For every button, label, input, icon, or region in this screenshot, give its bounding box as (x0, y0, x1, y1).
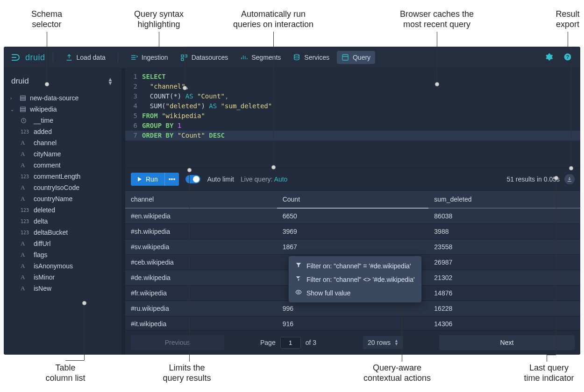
table-row[interactable]: #it.wikipedia91614306 (125, 316, 580, 330)
menu-item-icon (295, 275, 302, 283)
table-row[interactable]: #sv.wikipedia186723558 (125, 239, 580, 255)
next-button[interactable]: Next (439, 335, 575, 350)
type-icon: 123 (21, 174, 30, 179)
live-query-label: Live query: Auto (241, 175, 287, 183)
table-cell[interactable]: 21302 (428, 270, 580, 286)
type-icon: A (21, 150, 30, 158)
nav-query[interactable]: Query (337, 51, 375, 64)
datasource-item[interactable]: ›new-data-source (7, 92, 118, 104)
table-cell[interactable]: 1867 (277, 239, 429, 255)
context-menu-item[interactable]: Filter on: "channel" <> '#de.wikipedia' (289, 273, 421, 286)
column-item[interactable]: Acomment (7, 160, 118, 171)
table-cell[interactable]: #it.wikipedia (125, 316, 277, 330)
column-item[interactable]: AisAnonymous (7, 260, 118, 272)
type-icon: 123 (21, 219, 30, 224)
type-icon: A (21, 161, 30, 169)
logo[interactable]: druid (10, 52, 45, 63)
datasource-item[interactable]: ⌄wikipedia (7, 104, 118, 115)
table-cell[interactable]: #ceb.wikipedia (125, 255, 277, 270)
column-header[interactable]: sum_deleted (428, 191, 580, 208)
auto-limit-label: Auto limit (207, 175, 234, 183)
table-cell[interactable]: 3969 (277, 224, 429, 239)
column-item[interactable]: 123deleted (7, 204, 118, 216)
context-menu-item[interactable]: Filter on: "channel" = '#de.wikipedia' (289, 259, 421, 273)
run-more-button[interactable]: ••• (164, 173, 179, 186)
column-item[interactable]: Achannel (7, 137, 118, 148)
type-icon: A (21, 195, 30, 203)
column-item[interactable]: 123added (7, 126, 118, 137)
context-menu-item[interactable]: Show full value (289, 286, 421, 300)
svg-rect-4 (342, 55, 348, 60)
column-header[interactable]: Count (277, 191, 429, 208)
auto-limit-toggle[interactable] (185, 175, 200, 183)
table-cell[interactable]: 916 (277, 316, 429, 330)
table-cell[interactable]: 16228 (428, 301, 580, 316)
divider (118, 52, 118, 63)
column-item[interactable]: 123deltaBucket (7, 227, 118, 238)
run-button-main[interactable]: Run (131, 173, 164, 186)
svg-point-15 (298, 291, 299, 293)
column-item[interactable]: 123delta (7, 216, 118, 227)
topnav: druid Load data Ingestion Datasources Se… (4, 47, 580, 68)
table-row[interactable]: #sh.wikipedia3969 3988 (125, 224, 580, 239)
table-cell[interactable]: 23558 (428, 239, 580, 255)
table-cell[interactable]: #sv.wikipedia (125, 239, 277, 255)
svg-rect-10 (21, 107, 26, 108)
type-icon: A (21, 251, 30, 259)
table-row[interactable]: #en.wikipedia665086038 (125, 208, 580, 224)
table-icon (20, 106, 26, 112)
nav-load-data[interactable]: Load data (61, 51, 110, 64)
context-menu[interactable]: Filter on: "channel" = '#de.wikipedia'Fi… (289, 256, 421, 302)
column-header[interactable]: channel (125, 191, 277, 208)
page-label: Page (260, 339, 276, 346)
table-cell[interactable]: #ru.wikipedia (125, 301, 277, 316)
svg-rect-0 (181, 55, 184, 57)
nav-ingestion[interactable]: Ingestion (126, 51, 173, 64)
sql-editor[interactable]: 1SELECT2 "channel",3 COUNT(*) AS "Count"… (125, 68, 580, 144)
table-cell[interactable]: #sh.wikipedia (125, 224, 277, 239)
nav-services[interactable]: Services (288, 51, 334, 64)
column-item[interactable]: __time (7, 115, 118, 126)
nav-segments[interactable]: Segments (235, 51, 285, 64)
column-item[interactable]: AdiffUrl (7, 238, 118, 249)
page-input[interactable] (280, 337, 301, 349)
rows-per-page[interactable]: 20 rows ▲▼ (363, 336, 403, 349)
run-button[interactable]: Run ••• (131, 173, 179, 186)
column-item[interactable]: Aflags (7, 249, 118, 260)
pager: Previous Page of 3 20 rows ▲▼ Next (125, 330, 580, 355)
svg-rect-12 (21, 110, 26, 112)
svg-rect-8 (21, 98, 26, 99)
table-row[interactable]: #ru.wikipedia99616228 (125, 301, 580, 316)
schema-selector[interactable]: druid ▲▼ (7, 73, 118, 92)
table-cell[interactable]: 3988 (428, 224, 580, 239)
table-cell[interactable]: 14306 (428, 316, 580, 330)
svg-rect-7 (21, 96, 26, 97)
help-icon[interactable]: ? (562, 51, 574, 64)
table-cell[interactable]: 996 (277, 301, 429, 316)
column-item[interactable]: AcityName (7, 148, 118, 160)
table-cell[interactable]: #en.wikipedia (125, 208, 277, 224)
column-item[interactable]: 123commentLength (7, 171, 118, 182)
table-cell[interactable]: 6650 (277, 208, 429, 224)
column-item[interactable]: AisMinor (7, 272, 118, 283)
prev-button[interactable]: Previous (131, 335, 224, 350)
svg-text:?: ? (566, 54, 569, 59)
type-icon: A (21, 273, 30, 281)
table-cell[interactable]: #de.wikipedia (125, 270, 277, 286)
download-icon[interactable] (564, 174, 575, 184)
menu-item-icon (295, 289, 302, 297)
table-cell[interactable]: 86038 (428, 208, 580, 224)
main: druid ▲▼ ›new-data-source⌄wikipedia__tim… (4, 68, 580, 355)
table-cell[interactable]: #fr.wikipedia (125, 286, 277, 301)
annotations-bottom: Tablecolumn list Limits thequery results… (0, 355, 584, 392)
column-item[interactable]: AcountryIsoCode (7, 182, 118, 193)
svg-rect-2 (181, 58, 184, 61)
live-query-value[interactable]: Auto (274, 175, 288, 183)
column-item[interactable]: AisNew (7, 283, 118, 294)
result-status: 51 results in 0.05s (506, 175, 560, 183)
gear-icon[interactable] (543, 51, 555, 64)
column-item[interactable]: AcountryName (7, 193, 118, 204)
type-icon (21, 118, 30, 124)
table-cell[interactable]: 26987 (428, 255, 580, 270)
table-cell[interactable]: 14876 (428, 286, 580, 301)
